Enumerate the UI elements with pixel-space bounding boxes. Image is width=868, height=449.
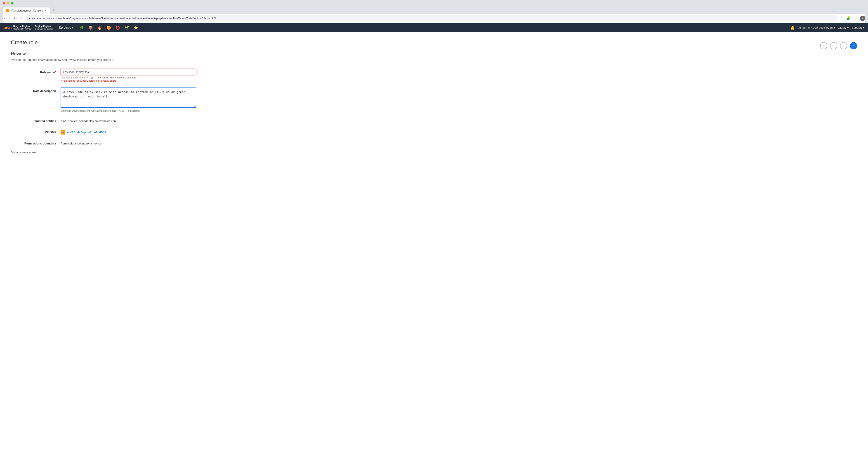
policy-link[interactable]: AWSCodeDeployRoleForECS	[67, 131, 106, 134]
no-tags-text: No tags were added.	[11, 151, 857, 154]
browser-tab-bar: 🛡 IAM Management Console × +	[3, 6, 865, 14]
support-label: Support	[851, 26, 862, 29]
permissions-boundary-content: Permissions boundary is not set	[61, 140, 196, 145]
minimize-window-button[interactable]	[7, 2, 9, 4]
region2-title: Beijing Region	[35, 25, 53, 28]
region-select-label: Global	[838, 26, 846, 29]
permissions-boundary-row: Permissions boundary Permissions boundar…	[11, 140, 857, 145]
role-description-row: Role description Allows CodeDeploy servi…	[11, 88, 857, 112]
nav-right-area: 🔔 pcman @ 4200-2996-0748 ▾ Global ▾ Supp…	[790, 26, 864, 30]
trusted-entities-row: Trusted entities AWS service: codedeploy…	[11, 118, 857, 123]
tab-favicon: 🛡	[6, 9, 9, 12]
aws-logo-text: aws	[4, 25, 11, 30]
browser-traffic-lights	[3, 2, 865, 4]
forward-button[interactable]: ›	[7, 16, 11, 21]
section-description: Provide the required information below a…	[11, 58, 857, 61]
bookmark-button[interactable]: ☆	[839, 15, 844, 21]
account-menu-button[interactable]: pcman @ 4200-2996-0748 ▾	[798, 26, 835, 29]
policy-item: 📦 AWSCodeDeployRoleForECS ↗	[61, 128, 196, 134]
main-content: Create role 1 2 3 4 Review Provide the r…	[0, 32, 868, 449]
nav-icon-1[interactable]: 🌿	[78, 25, 85, 31]
services-chevron-icon: ▾	[72, 26, 73, 29]
services-label: Services	[59, 26, 71, 29]
step-1: 1	[820, 42, 827, 49]
role-description-label: Role description	[11, 88, 61, 93]
policies-content: 📦 AWSCodeDeployRoleForECS ↗	[61, 128, 196, 134]
aws-top-nav: aws Ningxia Region Operated by NWCD Beij…	[0, 23, 868, 32]
region1-sub: Operated by NWCD	[13, 28, 31, 31]
address-bar-input[interactable]	[26, 16, 837, 21]
stepper: 1 2 3 4	[820, 42, 857, 49]
required-marker: *	[55, 70, 56, 74]
trusted-entities-content: AWS service: codedeploy.amazonaws.com	[61, 118, 196, 123]
permissions-boundary-label: Permissions boundary	[11, 140, 61, 145]
policies-label: Policies	[11, 128, 61, 133]
nav-icon-3[interactable]: 🔥	[96, 25, 103, 31]
account-chevron-icon: ▾	[834, 26, 835, 29]
aws-region-info: Ningxia Region Operated by NWCD	[13, 25, 31, 31]
back-button[interactable]: ‹	[3, 16, 6, 21]
reload-button[interactable]: ↻	[12, 15, 18, 21]
role-name-content: Use alphanumeric and '+=,.@-_' character…	[61, 69, 196, 82]
maximize-window-button[interactable]	[11, 2, 13, 4]
account-name: pcman @ 4200-2996-0748	[798, 26, 833, 29]
permissions-boundary-value: Permissions boundary is not set	[61, 140, 196, 145]
page-title: Create role	[11, 39, 857, 46]
aws-region2-info: Beijing Region Operated by Sinnet	[33, 25, 53, 31]
nav-icon-7[interactable]: ⭐	[132, 25, 140, 31]
support-chevron-icon: ▾	[863, 26, 864, 29]
nav-icon-6[interactable]: 🌱	[123, 25, 130, 31]
role-name-hint: Use alphanumeric and '+=,.@-_' character…	[61, 76, 196, 79]
role-description-textarea[interactable]: Allows CodeDeploy service wide access to…	[61, 88, 196, 108]
browser-address-bar: ‹ › ↻ ⌂ ☆ 🧩 ⋮ P	[3, 14, 865, 23]
close-window-button[interactable]	[3, 2, 5, 4]
browser-nav-buttons: ‹ › ↻ ⌂	[3, 15, 24, 21]
section-title: Review	[11, 51, 857, 56]
step-2: 2	[830, 42, 837, 49]
trusted-entities-value: AWS service: codedeploy.amazonaws.com	[61, 118, 196, 123]
services-menu-button[interactable]: Services ▾	[56, 23, 76, 32]
region-select-button[interactable]: Global ▾	[838, 26, 849, 29]
extensions-button[interactable]: 🧩	[845, 15, 852, 21]
role-description-hint: Maximum 1000 characters. Use alphanumeri…	[61, 110, 196, 112]
page-header: Create role 1 2 3 4	[11, 39, 857, 51]
section-desc-text: Provide the required information below a…	[11, 58, 114, 61]
browser-chrome: 🛡 IAM Management Console × + ‹ › ↻ ⌂ ☆ 🧩…	[0, 0, 868, 23]
active-browser-tab[interactable]: 🛡 IAM Management Console ×	[3, 7, 50, 14]
home-button[interactable]: ⌂	[19, 16, 24, 21]
region2-sub: Operated by Sinnet	[35, 28, 53, 31]
nav-icon-2[interactable]: 📦	[87, 25, 94, 31]
policies-row: Policies 📦 AWSCodeDeployRoleForECS ↗	[11, 128, 857, 134]
policy-icon: 📦	[61, 130, 65, 134]
support-menu-button[interactable]: Support ▾	[851, 26, 864, 29]
external-link-icon: ↗	[109, 131, 111, 134]
nav-icon-buttons: 🌿 📦 🔥 🟠 ⭕ 🌱 ⭐	[78, 25, 140, 31]
settings-button[interactable]: ⋮	[853, 15, 859, 21]
browser-action-buttons: ☆ 🧩 ⋮ P	[839, 15, 865, 21]
step-4-active: 4	[850, 42, 857, 49]
step-3: 3	[840, 42, 847, 49]
role-name-error: A role named "ecsCodeDeployRole" already…	[61, 79, 196, 82]
tab-title: IAM Management Console	[11, 9, 43, 12]
notifications-bell-icon[interactable]: 🔔	[790, 26, 795, 30]
profile-avatar[interactable]: P	[860, 16, 865, 21]
nav-icon-5[interactable]: ⭕	[114, 25, 121, 31]
role-description-content: Allows CodeDeploy service wide access to…	[61, 88, 196, 112]
trusted-entities-label: Trusted entities	[11, 118, 61, 123]
role-name-label: Role name*	[11, 69, 61, 74]
region-chevron-icon: ▾	[847, 26, 849, 29]
role-name-input[interactable]	[61, 69, 196, 75]
tab-close-button[interactable]: ×	[45, 9, 46, 12]
region1-title: Ningxia Region	[13, 25, 31, 28]
nav-icon-4[interactable]: 🟠	[105, 25, 112, 31]
aws-logo: aws Ningxia Region Operated by NWCD Beij…	[4, 25, 53, 31]
role-name-row: Role name* Use alphanumeric and '+=,.@-_…	[11, 69, 857, 82]
new-tab-button[interactable]: +	[50, 6, 57, 14]
